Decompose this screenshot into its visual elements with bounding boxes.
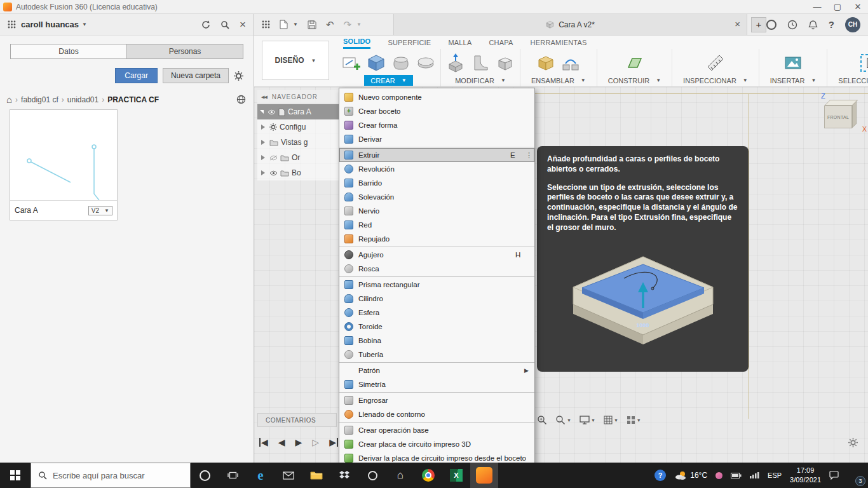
task-view-button[interactable] <box>219 463 247 488</box>
mail-taskbar-button[interactable] <box>275 463 302 488</box>
home-icon[interactable]: ⌂ <box>6 95 12 104</box>
menu-item-cilindro[interactable]: Cilindro <box>339 292 534 306</box>
home-app-taskbar-button[interactable]: ⌂ <box>386 463 414 488</box>
menu-item-solevacion[interactable]: Solevación <box>339 190 534 204</box>
measure-icon[interactable] <box>705 53 726 73</box>
go-to-start-icon[interactable]: ◀ <box>259 438 268 447</box>
viewport-layout-dropdown[interactable]: ▼ <box>627 416 641 424</box>
close-icon[interactable]: ✕ <box>848 0 868 13</box>
menu-item-repujado[interactable]: Repujado <box>339 232 534 246</box>
search-icon[interactable] <box>220 20 229 29</box>
create-sketch-icon[interactable] <box>341 53 362 73</box>
language-indicator[interactable]: ESP <box>768 471 782 479</box>
app-grid-icon[interactable] <box>8 20 16 29</box>
weather-widget[interactable]: 16°C <box>674 470 707 480</box>
tree-item-sketches[interactable]: Bo <box>257 165 339 180</box>
redo-icon[interactable]: ↷▼ <box>344 19 362 30</box>
step-forward-icon[interactable]: ▷ <box>312 438 319 447</box>
notifications-bell-icon[interactable] <box>808 20 818 30</box>
edge-taskbar-button[interactable]: e <box>247 463 275 488</box>
new-folder-button[interactable]: Nueva carpeta <box>163 68 229 83</box>
collapse-panel-icon[interactable]: ◀◀ <box>261 95 267 100</box>
cortana-button[interactable] <box>191 463 219 488</box>
version-selector[interactable]: V2 ▼ <box>88 206 112 215</box>
search-input[interactable] <box>53 471 173 480</box>
settings-gear-icon[interactable] <box>234 71 243 81</box>
chrome-taskbar-button[interactable] <box>414 463 442 488</box>
tab-malla[interactable]: MALLA <box>448 36 471 49</box>
modificar-dropdown[interactable]: MODIFICAR ▼ <box>449 75 512 86</box>
expand-closed-icon[interactable] <box>261 170 265 175</box>
expand-closed-icon[interactable] <box>261 125 265 130</box>
expand-closed-icon[interactable] <box>261 140 265 145</box>
create-form-icon[interactable] <box>391 53 411 73</box>
tree-item-settings[interactable]: Configu <box>257 119 339 135</box>
zoom-tools-dropdown[interactable]: ▼ <box>555 415 571 425</box>
menu-item-simetria[interactable]: Simetría <box>339 377 534 391</box>
refresh-icon[interactable] <box>201 20 210 29</box>
menu-item-esfera[interactable]: Esfera <box>339 306 534 320</box>
comments-bar[interactable]: COMENTARIOS <box>257 413 337 427</box>
menu-item-rosca[interactable]: Rosca <box>339 262 534 276</box>
close-panel-icon[interactable]: × <box>240 19 246 30</box>
tab-chapa[interactable]: CHAPA <box>489 36 513 49</box>
joint-icon[interactable] <box>560 53 581 73</box>
clock-widget[interactable]: 17:09 3/09/2021 <box>790 466 821 485</box>
step-back-icon[interactable]: ◀ <box>278 438 285 447</box>
breadcrumb-folder1[interactable]: fabdig01 cf <box>21 95 58 104</box>
shell-icon[interactable] <box>495 53 515 73</box>
menu-item-toroide[interactable]: Toroide <box>339 320 534 334</box>
dropbox-taskbar-button[interactable] <box>330 463 358 488</box>
insertar-dropdown[interactable]: INSERTAR ▼ <box>764 75 823 86</box>
menu-item-nervio[interactable]: Nervio <box>339 204 534 218</box>
menu-item-red[interactable]: Red <box>339 218 534 232</box>
maximize-icon[interactable]: ▢ <box>827 0 848 13</box>
spreadsheet-taskbar-button[interactable]: X <box>442 463 470 488</box>
viewcube-side-face[interactable] <box>852 101 857 128</box>
visibility-eye-icon[interactable] <box>269 170 278 176</box>
viewport-canvas[interactable]: Z X FRONTAL ◀◀ NAVEGADOR Cara A <box>254 87 868 463</box>
menu-item-patron[interactable]: Patrón▶ <box>339 363 534 377</box>
tab-herramientas[interactable]: HERRAMIENTAS <box>531 36 587 49</box>
battery-icon[interactable] <box>731 473 742 478</box>
tab-solido[interactable]: SOLIDO <box>343 36 370 49</box>
menu-item-crear-boceto[interactable]: +Crear boceto <box>339 104 534 118</box>
fusion-taskbar-button[interactable] <box>470 463 498 488</box>
new-tab-button[interactable]: + <box>751 17 766 32</box>
app-grid-icon[interactable] <box>262 20 270 29</box>
extensions-icon[interactable] <box>766 20 776 30</box>
avatar[interactable]: CH <box>845 17 860 32</box>
menu-item-prisma-rectangular[interactable]: Prisma rectangular <box>339 278 534 292</box>
taskbar-search[interactable] <box>31 463 191 488</box>
menu-item-barrido[interactable]: Barrido <box>339 176 534 190</box>
share-globe-icon[interactable] <box>236 95 246 104</box>
viewcube[interactable]: Z X FRONTAL <box>813 96 867 138</box>
insert-image-icon[interactable] <box>783 53 803 73</box>
menu-item-extruir[interactable]: ExtruirE⋮ <box>339 148 534 162</box>
menu-item-crear-placa-circuito-3d[interactable]: Crear placa de circuito impreso 3D <box>339 437 534 451</box>
app-taskbar-button[interactable] <box>358 463 386 488</box>
new-component-ribbon-icon[interactable] <box>536 53 556 73</box>
solid-box-icon[interactable] <box>366 53 386 73</box>
construct-plane-icon[interactable] <box>624 53 644 73</box>
expand-open-icon[interactable] <box>260 110 264 114</box>
ensamblar-dropdown[interactable]: ENSAMBLAR ▼ <box>525 75 592 86</box>
menu-item-revolucion[interactable]: Revolución <box>339 162 534 176</box>
play-icon[interactable]: ▶ <box>295 438 302 447</box>
menu-item-llenado-de-contorno[interactable]: Llenado de contorno <box>339 407 534 421</box>
expand-closed-icon[interactable] <box>261 155 265 160</box>
tab-personas[interactable]: Personas <box>126 44 243 58</box>
tab-superficie[interactable]: SUPERFICIE <box>388 36 431 49</box>
minimize-icon[interactable]: — <box>807 0 827 13</box>
tree-item-named-views[interactable]: Vistas g <box>257 135 339 150</box>
menu-item-derivar[interactable]: Derivar <box>339 132 534 146</box>
action-center-icon[interactable] <box>829 471 839 480</box>
tree-root-item[interactable]: Cara A <box>257 104 339 119</box>
menu-item-agujero[interactable]: AgujeroH <box>339 248 534 262</box>
fillet-icon[interactable] <box>470 53 491 73</box>
tree-item-origin[interactable]: Or <box>257 150 339 165</box>
help-icon[interactable]: ? <box>829 19 834 30</box>
tab-datos[interactable]: Datos <box>11 44 126 58</box>
visibility-eye-icon[interactable] <box>268 109 276 115</box>
start-button[interactable] <box>0 463 31 488</box>
